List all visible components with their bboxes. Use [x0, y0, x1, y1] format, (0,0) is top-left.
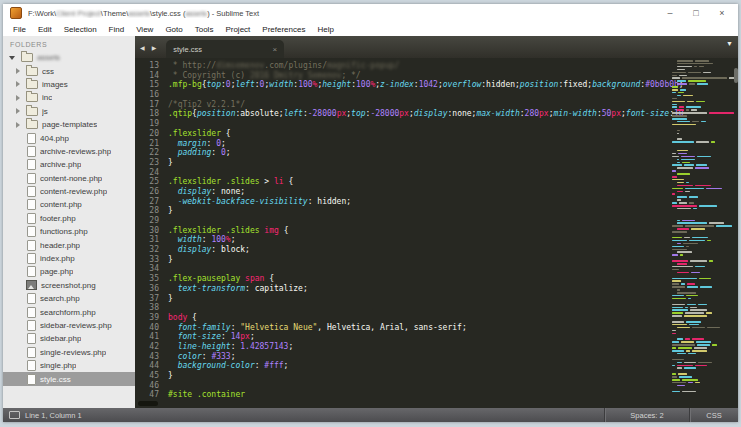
minimap-bar [689, 240, 704, 242]
minimap-line [670, 75, 734, 77]
file-icon [27, 293, 36, 304]
code-token: hidden [486, 80, 515, 90]
minimap-line [670, 173, 734, 175]
minimap-bar [672, 141, 694, 143]
minimap-line [670, 321, 734, 323]
tree-item-search-php[interactable]: search.php [3, 292, 135, 305]
file-icon [27, 173, 36, 184]
tree-item-single-php[interactable]: single.php [3, 359, 135, 372]
code-line: 42 line-height: 1.42857143; [135, 342, 668, 352]
tab-style-css[interactable]: style.css × [166, 40, 284, 58]
tree-item-assets[interactable]: assets [3, 51, 135, 64]
minimap-line [670, 312, 734, 314]
minimap-bar [685, 225, 714, 227]
tree-item-style-css[interactable]: style.css [3, 372, 135, 385]
tree-item-index-php[interactable]: index.php [3, 252, 135, 265]
menu-item-view[interactable]: View [130, 25, 159, 34]
tree-item-screenshot-png[interactable]: screenshot.png [3, 279, 135, 292]
tree-item-functions-php[interactable]: functions.php [3, 225, 135, 238]
chevron-down-icon[interactable] [9, 56, 15, 60]
minimize-button[interactable]: – [657, 4, 683, 22]
code-line: 33} [135, 255, 668, 265]
code-token: : [211, 187, 221, 197]
next-tab-button[interactable]: ▶ [150, 44, 159, 51]
menu-item-preferences[interactable]: Preferences [256, 25, 311, 34]
tree-item-images[interactable]: images [3, 78, 135, 91]
indentation-indicator[interactable]: Spaces: 2 [604, 408, 689, 422]
chevron-right-icon[interactable] [16, 68, 20, 74]
menu-item-help[interactable]: Help [311, 25, 339, 34]
tree-item-searchform-php[interactable]: searchform.php [3, 305, 135, 318]
minimap[interactable] [670, 60, 734, 398]
minimap-bar [672, 188, 683, 190]
tree-item-page-php[interactable]: page.php [3, 265, 135, 278]
minimap-line [670, 240, 734, 242]
chevron-right-icon[interactable] [16, 122, 20, 128]
syntax-indicator[interactable]: CSS [689, 408, 738, 422]
minimap-bar [679, 376, 692, 378]
code-token: } [168, 255, 173, 265]
prev-tab-button[interactable]: ◀ [138, 44, 147, 51]
minimap-bar [681, 159, 695, 161]
tree-item-css[interactable]: css [3, 64, 135, 77]
minimap-line [670, 196, 734, 198]
minimap-bar [678, 92, 683, 94]
minimap-bar [697, 83, 708, 85]
status-panel-icon[interactable] [9, 411, 20, 419]
menu-item-project[interactable]: Project [219, 25, 256, 34]
minimap-bar [692, 121, 700, 123]
minimap-line [670, 347, 734, 349]
maximize-button[interactable]: □ [683, 4, 709, 22]
chevron-right-icon[interactable] [16, 95, 20, 101]
minimap-bar [695, 167, 710, 169]
code-token: ; [245, 245, 250, 255]
minimap-line [670, 60, 734, 62]
close-tab-icon[interactable]: × [273, 45, 278, 54]
code-line: 24 [135, 168, 668, 178]
tree-item-page-templates[interactable]: page-templates [3, 118, 135, 131]
code-editor[interactable]: 13 * http://dimsemenov.com/plugins/magni… [135, 58, 738, 408]
chevron-right-icon[interactable] [16, 81, 20, 87]
menu-item-edit[interactable]: Edit [32, 25, 58, 34]
line-number: 36 [135, 284, 168, 294]
menu-item-find[interactable]: Find [103, 25, 131, 34]
tree-item-404-php[interactable]: 404.php [3, 131, 135, 144]
tree-item-header-php[interactable]: header.php [3, 238, 135, 251]
file-icon [27, 240, 36, 251]
vertical-scrollbar[interactable] [734, 68, 738, 83]
title-segment: F:\Work\ [28, 9, 56, 18]
minimap-bar [672, 106, 677, 108]
tree-item-sidebar-reviews-php[interactable]: sidebar-reviews.php [3, 319, 135, 332]
close-button[interactable]: × [709, 4, 735, 22]
minimap-bar [672, 112, 707, 114]
minimap-line [670, 162, 734, 164]
menu-item-tools[interactable]: Tools [189, 25, 220, 34]
minimap-line [670, 251, 734, 253]
tree-item-js[interactable]: js [3, 105, 135, 118]
code-token [168, 245, 178, 255]
menu-item-goto[interactable]: Goto [159, 25, 188, 34]
tree-item-content-none-php[interactable]: content-none.php [3, 172, 135, 185]
minimap-line [670, 338, 734, 340]
tab-overflow-chevron-down-icon[interactable]: ▼ [726, 40, 733, 47]
horizontal-scrollbar[interactable] [135, 400, 668, 408]
code-token: font-size [626, 109, 669, 119]
tree-item-sidebar-php[interactable]: sidebar.php [3, 332, 135, 345]
chevron-right-icon[interactable] [16, 108, 20, 114]
tree-item-archive-php[interactable]: archive.php [3, 158, 135, 171]
code-token: : [221, 332, 231, 342]
code-token: .slides [226, 177, 260, 187]
minimap-bar [672, 89, 678, 91]
tree-item-footer-php[interactable]: footer.php [3, 212, 135, 225]
minimap-bar [677, 208, 691, 210]
tree-item-single-reviews-php[interactable]: single-reviews.php [3, 346, 135, 359]
horizontal-scrollbar-thumb[interactable] [138, 401, 158, 406]
menu-item-selection[interactable]: Selection [58, 25, 103, 34]
menu-item-file[interactable]: File [7, 25, 32, 34]
title-segment: Client Project [56, 9, 101, 18]
tree-item-inc[interactable]: inc [3, 91, 135, 104]
tree-item-content-php[interactable]: content.php [3, 198, 135, 211]
tree-item-content-review-php[interactable]: content-review.php [3, 185, 135, 198]
tree-item-archive-reviews-php[interactable]: archive-reviews.php [3, 145, 135, 158]
code-token: z-index [380, 80, 414, 90]
